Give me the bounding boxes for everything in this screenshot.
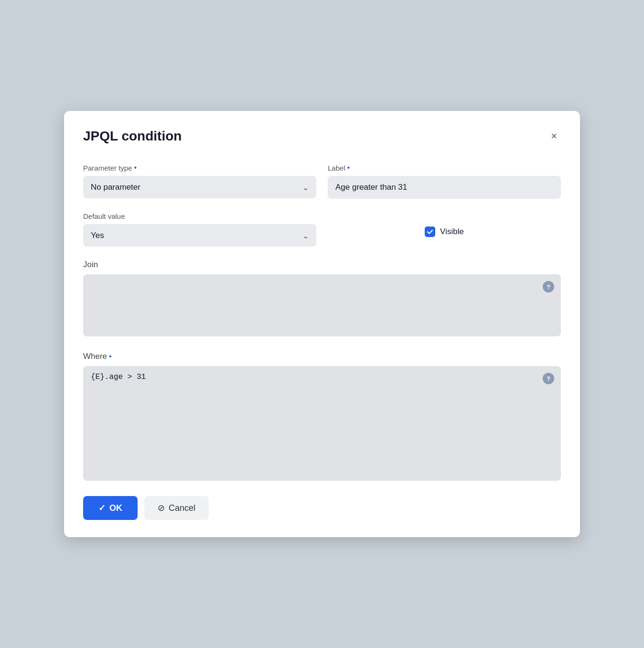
label-input[interactable] [328,176,561,199]
join-textarea[interactable] [83,274,561,336]
ok-button[interactable]: ✓ OK [83,496,138,520]
visible-checkbox[interactable] [425,227,435,237]
visible-label: Visible [440,227,464,237]
where-required-dot: • [109,352,112,361]
cancel-label: Cancel [169,503,195,513]
row-parameter-label: Parameter type • No parameter String Int… [83,163,561,199]
where-textarea-container: ? [83,366,561,483]
parameter-type-label: Parameter type • [83,163,316,172]
visible-checkbox-wrapper[interactable]: Visible [425,227,464,237]
default-value-group: Default value Yes No ⌄ [83,212,316,247]
visible-group: Visible [328,212,561,247]
parameter-type-group: Parameter type • No parameter String Int… [83,163,316,199]
close-button[interactable]: × [547,128,561,144]
join-section: Join ? [83,260,561,338]
default-value-label: Default value [83,212,316,220]
label-field-label: Label • [328,163,561,172]
join-textarea-container: ? [83,274,561,338]
default-value-select[interactable]: Yes No [83,224,316,247]
join-section-label: Join [83,260,561,270]
dialog-title: JPQL condition [83,129,182,144]
parameter-type-select[interactable]: No parameter String Integer Boolean Date [83,176,316,198]
ok-label: OK [109,503,122,513]
label-required-dot: • [347,163,350,172]
dialog-header: JPQL condition × [83,128,561,144]
where-section-label: Where • [83,352,561,361]
parameter-type-select-wrapper[interactable]: No parameter String Integer Boolean Date… [83,176,316,198]
label-group: Label • [328,163,561,199]
default-value-select-wrapper[interactable]: Yes No ⌄ [83,224,316,247]
parameter-type-required-dot: • [134,163,137,172]
where-section: Where • ? [83,352,561,483]
row-default-visible: Default value Yes No ⌄ Visible [83,212,561,247]
check-icon [427,228,433,235]
cancel-circle-icon: ⊘ [158,503,165,513]
cancel-button[interactable]: ⊘ Cancel [144,496,209,520]
dialog-footer: ✓ OK ⊘ Cancel [83,496,561,520]
where-help-icon[interactable]: ? [543,373,554,384]
where-textarea[interactable] [83,366,561,481]
join-help-icon[interactable]: ? [543,281,554,292]
jpql-condition-dialog: JPQL condition × Parameter type • No par… [64,111,580,537]
ok-check-icon: ✓ [98,503,106,513]
